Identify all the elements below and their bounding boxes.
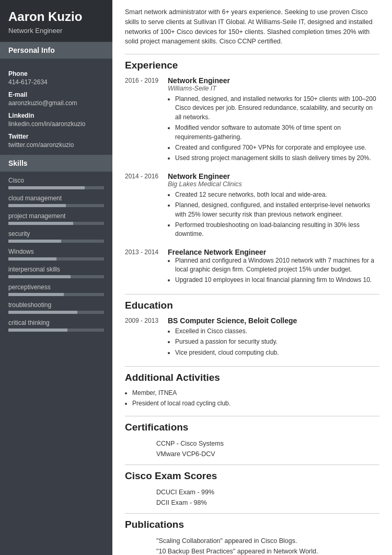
job-title: Freelance Network Engineer (168, 248, 379, 256)
skill-bar-fill (8, 329, 67, 332)
skill-bar-fill (8, 222, 73, 225)
skill-bar-fill (8, 186, 85, 189)
bullet: Upgraded 10 employees in local financial… (175, 276, 379, 285)
edu-bullets: Excelled in Cisco classes.Pursued a pass… (168, 327, 379, 357)
activity-item: President of local road cycling club. (132, 399, 379, 408)
edu-dates: 2009 - 2013 (125, 316, 168, 359)
candidate-title: Network Engineer (8, 27, 104, 35)
twitter-value: twitter.com/aaronzkuzio (8, 141, 104, 149)
exam-scores-section: Cisco Exam Scores DCUCI Exam - 99%DCII E… (125, 470, 379, 508)
cert-item: VMware VCP6-DCV (125, 449, 379, 459)
skill-bar-fill (8, 293, 64, 296)
bullet: Performed troubleshooting on load-balanc… (175, 221, 379, 239)
phone-value: 414-617-2634 (8, 78, 104, 86)
bullet: Planned, designed, and installed network… (175, 95, 379, 122)
job-item: 2014 - 2016 Network Engineer Big Lakes M… (125, 172, 379, 241)
activities-heading: Additional Activities (125, 372, 379, 383)
skill-bar-fill (8, 240, 61, 243)
job-bullets: Created 12 secure networks, both local a… (168, 190, 379, 239)
divider (125, 54, 379, 54)
skill-name: cloud management (8, 195, 104, 202)
main-content: Smart network administrator with 6+ year… (112, 0, 392, 555)
bullet: Modified vendor software to automate 30%… (175, 123, 379, 142)
twitter-label: Twitter (8, 133, 104, 140)
cert-item: CCNP - Cisco Systems (125, 438, 379, 449)
skill-item: critical thinking (8, 319, 104, 332)
certs-list: CCNP - Cisco SystemsVMware VCP6-DCV (125, 438, 379, 459)
skill-bar-bg (8, 240, 104, 243)
personal-info-heading: Personal Info (0, 42, 112, 59)
skill-bar-fill (8, 311, 77, 314)
edu-content: BS Computer Science, Beloit College Exce… (168, 316, 379, 359)
activities-section: Additional Activities Member, ITNEAPresi… (125, 372, 379, 409)
pub-item: "10 Backup Best Practices" appeared in N… (125, 546, 379, 555)
skill-bar-bg (8, 329, 104, 332)
skill-name: Windows (8, 248, 104, 255)
divider (125, 366, 379, 367)
job-bullets: Planned and configured a Windows 2010 ne… (168, 256, 379, 285)
job-dates: 2016 - 2019 (125, 76, 168, 165)
publications-heading: Publications (125, 519, 379, 530)
job-content: Network Engineer Big Lakes Medical Clini… (168, 172, 379, 241)
sidebar-header: Aaron Kuzio Network Engineer (0, 0, 112, 42)
certifications-heading: Certifications (125, 422, 379, 433)
skill-bar-bg (8, 186, 104, 189)
email-label: E-mail (8, 91, 104, 98)
bullet: Vice president, cloud computing club. (175, 348, 379, 357)
skills-list: Cisco cloud management project managemen… (0, 177, 112, 338)
exams-list: DCUCI Exam - 99%DCII Exam - 98% (125, 487, 379, 508)
skill-bar-bg (8, 222, 104, 225)
job-content: Freelance Network Engineer Planned and c… (168, 248, 379, 287)
skill-bar-bg (8, 204, 104, 207)
job-title: Network Engineer (168, 76, 379, 85)
skill-item: troubleshooting (8, 301, 104, 314)
bullet: Excelled in Cisco classes. (175, 327, 379, 336)
skill-item: project management (8, 212, 104, 225)
phone-label: Phone (8, 70, 104, 77)
edu-title: BS Computer Science, Beloit College (168, 316, 379, 325)
education-heading: Education (125, 300, 379, 311)
pubs-list: "Scaling Collaboration" appeared in Cisc… (125, 536, 379, 555)
linkedin-label: Linkedin (8, 112, 104, 119)
skill-bar-fill (8, 275, 71, 278)
skills-heading: Skills (0, 155, 112, 172)
sidebar: Aaron Kuzio Network Engineer Personal In… (0, 0, 112, 555)
skill-bar-bg (8, 311, 104, 314)
divider (125, 465, 379, 465)
candidate-name: Aaron Kuzio (8, 9, 104, 25)
bullet: Used strong project management skills to… (175, 154, 379, 163)
bullet: Created and configured 700+ VPNs for cor… (175, 143, 379, 152)
exam-scores-heading: Cisco Exam Scores (125, 470, 379, 482)
skill-name: critical thinking (8, 319, 104, 326)
job-title: Network Engineer (168, 172, 379, 180)
skill-item: Cisco (8, 177, 104, 189)
divider (125, 416, 379, 416)
company-name: Williams-Seile IT (168, 85, 379, 92)
pub-item: "Scaling Collaboration" appeared in Cisc… (125, 536, 379, 546)
skill-name: troubleshooting (8, 301, 104, 309)
experience-section: Experience 2016 - 2019 Network Engineer … (125, 60, 379, 287)
skill-bar-bg (8, 293, 104, 296)
bullet: Pursued a passion for security study. (175, 337, 379, 346)
company-name: Big Lakes Medical Clinics (168, 180, 379, 188)
job-item: 2016 - 2019 Network Engineer Williams-Se… (125, 76, 379, 165)
edu-item: 2009 - 2013 BS Computer Science, Beloit … (125, 316, 379, 359)
skill-bar-bg (8, 275, 104, 278)
exam-item: DCUCI Exam - 99% (125, 487, 379, 497)
skill-bar-fill (8, 257, 56, 260)
job-content: Network Engineer Williams-Seile IT Plann… (168, 76, 379, 165)
exam-item: DCII Exam - 98% (125, 497, 379, 508)
job-item: 2013 - 2014 Freelance Network Engineer P… (125, 248, 379, 287)
certifications-section: Certifications CCNP - Cisco SystemsVMwar… (125, 422, 379, 459)
bullet: Created 12 secure networks, both local a… (175, 190, 379, 199)
personal-info-content: Phone 414-617-2634 E-mail aaronzkuzio@gm… (0, 59, 112, 155)
skill-name: project management (8, 212, 104, 220)
bullet: Planned, designed, configured, and insta… (175, 201, 379, 219)
summary-text: Smart network administrator with 6+ year… (125, 7, 379, 47)
activity-item: Member, ITNEA (132, 389, 379, 398)
job-dates: 2014 - 2016 (125, 172, 168, 241)
skill-name: Cisco (8, 177, 104, 184)
activities-list: Member, ITNEAPresident of local road cyc… (125, 389, 379, 409)
skill-item: interpersonal skills (8, 266, 104, 278)
divider (125, 513, 379, 514)
